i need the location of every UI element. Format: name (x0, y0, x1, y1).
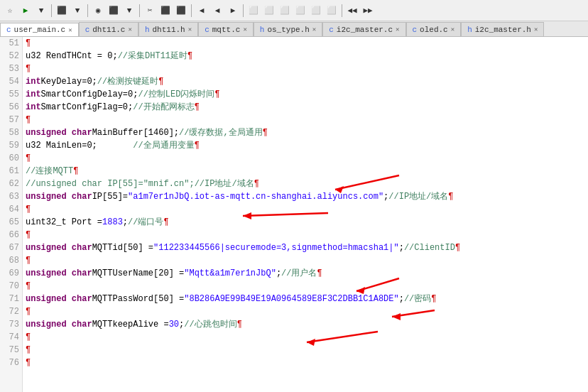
tab-label-6: i2c_master.c (337, 26, 393, 34)
code-area[interactable]: ¶ u32 RendTHCnt = 0;//采集DHT11延时¶ ¶ int K… (23, 37, 588, 392)
toolbar-btn-22[interactable]: ▶▶ (361, 4, 375, 18)
toolbar-btn-18[interactable]: ⬜ (293, 4, 307, 18)
tab-icon-5: h (260, 26, 265, 34)
line-num-72: 72 (0, 305, 22, 318)
line-num-69: 69 (0, 267, 22, 280)
toolbar-btn-17[interactable]: ⬜ (278, 4, 292, 18)
tab-label-2: dht11.c (92, 26, 125, 34)
tab-close-3[interactable]: ✕ (188, 26, 192, 33)
line-num-55: 55 (0, 88, 22, 101)
tab-icon-8: h (467, 26, 472, 34)
code-line-52: u32 RendTHCnt = 0;//采集DHT11延时¶ (26, 50, 588, 62)
toolbar: ☆ ▶ ▼ ⬛ ▼ ◉ ⬛ ▼ ✂ ⬛ ⬛ ◀ ◀ ▶ ⬜ ⬜ ⬜ ⬜ ⬜ ⬜ … (0, 0, 588, 21)
toolbar-btn-8[interactable]: ▼ (122, 4, 136, 18)
toolbar-sep-3 (139, 4, 140, 17)
toolbar-btn-20[interactable]: ⬜ (325, 4, 339, 18)
line-num-75: 75 (0, 344, 22, 356)
tab-mqtt-c[interactable]: c mqtt.c ✕ (198, 22, 254, 36)
tab-close-6[interactable]: ✕ (396, 26, 399, 33)
tab-label-8: i2c_master.h (475, 26, 531, 34)
line-num-74: 74 (0, 331, 22, 344)
line-num-66: 66 (0, 229, 22, 241)
code-line-73: unsigned char MQTTkeepAlive = 30;//心跳包时间… (26, 318, 588, 331)
tab-user-main-c[interactable]: c user_main.c ✕ (0, 23, 79, 37)
line-num-62: 62 (0, 178, 22, 190)
toolbar-btn-12[interactable]: ◀ (195, 4, 209, 18)
code-line-70: ¶ (26, 280, 588, 293)
toolbar-sep-5 (243, 4, 244, 17)
code-line-60: ¶ (26, 152, 588, 165)
toolbar-btn-21[interactable]: ◀◀ (345, 4, 359, 18)
toolbar-btn-1[interactable]: ☆ (3, 4, 17, 18)
tab-close-7[interactable]: ✕ (451, 26, 454, 33)
line-num-56: 56 (0, 101, 22, 114)
tab-label-3: dht11.h (153, 26, 185, 34)
toolbar-btn-13[interactable]: ◀ (210, 4, 224, 18)
toolbar-btn-4[interactable]: ⬛ (55, 4, 69, 18)
toolbar-btn-16[interactable]: ⬜ (262, 4, 276, 18)
tab-close-icon[interactable]: ✕ (68, 26, 72, 34)
para-51: ¶ (26, 37, 31, 50)
line-num-67: 67 (0, 241, 22, 254)
tab-close-5[interactable]: ✕ (312, 26, 316, 33)
code-line-72: ¶ (26, 305, 588, 318)
tab-icon-2: c (85, 26, 90, 34)
toolbar-sep-4 (191, 4, 192, 17)
code-line-66: ¶ (26, 229, 588, 241)
tab-i2c-master-h[interactable]: h i2c_master.h ✕ (461, 22, 544, 36)
toolbar-btn-10[interactable]: ⬛ (158, 4, 173, 18)
tab-label: user_main.c (14, 26, 66, 34)
code-line-65: uint32_t Port = 1883;//端口号¶ (26, 216, 588, 229)
line-num-52: 52 (0, 50, 22, 62)
toolbar-btn-3[interactable]: ▼ (34, 4, 48, 18)
tab-close-8[interactable]: ✕ (534, 26, 538, 33)
code-line-53: ¶ (26, 62, 588, 75)
toolbar-btn-2[interactable]: ▶ (18, 4, 33, 18)
code-line-55: int SmartConfigDelay=0;//控制LED闪烁时间¶ (26, 88, 588, 101)
line-num-58: 58 (0, 126, 22, 139)
tab-close-2[interactable]: ✕ (128, 26, 131, 33)
tab-icon-7: c (413, 26, 418, 34)
line-num-68: 68 (0, 254, 22, 267)
tab-i2c-master-c[interactable]: c i2c_master.c ✕ (322, 22, 405, 36)
toolbar-btn-19[interactable]: ⬜ (309, 4, 323, 18)
tab-dht11-h[interactable]: h dht11.h ✕ (138, 22, 198, 36)
code-line-63: unsigned char IP[55]="a1m7er1nJbQ.iot-as… (26, 190, 588, 203)
tab-oled-c[interactable]: c oled.c ✕ (406, 22, 462, 36)
line-num-65: 65 (0, 216, 22, 229)
line-num-53: 53 (0, 62, 22, 75)
toolbar-btn-15[interactable]: ⬜ (246, 4, 261, 18)
code-line-64: ¶ (26, 203, 588, 216)
toolbar-btn-7[interactable]: ⬛ (107, 4, 121, 18)
line-num-76: 76 (0, 356, 22, 369)
tab-icon: c (6, 26, 11, 34)
tab-dht11-c[interactable]: c dht11.c ✕ (79, 22, 138, 36)
tab-os-type-h[interactable]: h os_type.h ✕ (254, 22, 322, 36)
tab-icon-4: c (205, 26, 209, 34)
toolbar-btn-14[interactable]: ▶ (226, 4, 240, 18)
code-line-67: unsigned char MQTTid[50] = "112233445566… (26, 241, 588, 254)
line-num-73: 73 (0, 318, 22, 331)
code-line-76: ¶ (26, 356, 588, 369)
line-num-63: 63 (0, 190, 22, 203)
toolbar-btn-5[interactable]: ▼ (70, 4, 85, 18)
code-line-61: //连接MQTT¶ (26, 165, 588, 178)
line-num-54: 54 (0, 75, 22, 88)
tab-icon-3: h (145, 26, 150, 34)
toolbar-btn-11[interactable]: ⬛ (174, 4, 188, 18)
line-num-59: 59 (0, 139, 22, 152)
code-line-56: int SmartConfigFlag=0;//开始配网标志¶ (26, 101, 588, 114)
toolbar-sep-1 (51, 4, 52, 17)
line-num-70: 70 (0, 280, 22, 293)
toolbar-sep-2 (87, 4, 88, 17)
toolbar-btn-9[interactable]: ✂ (143, 4, 157, 18)
code-line-51: ¶ (26, 37, 588, 50)
code-line-74: ¶ (26, 331, 588, 344)
editor: 51 52 53 54 55 56 57 58 59 60 61 62 63 6… (0, 37, 588, 392)
code-line-58: unsigned char MainBuffer[1460];//缓存数据,全局… (26, 126, 588, 139)
tab-bar: c user_main.c ✕ c dht11.c ✕ h dht11.h ✕ … (0, 21, 588, 37)
line-num-71: 71 (0, 293, 22, 305)
tab-close-4[interactable]: ✕ (243, 26, 246, 33)
toolbar-btn-6[interactable]: ◉ (91, 4, 105, 18)
code-line-59: u32 MainLen=0; //全局通用变量¶ (26, 139, 588, 152)
